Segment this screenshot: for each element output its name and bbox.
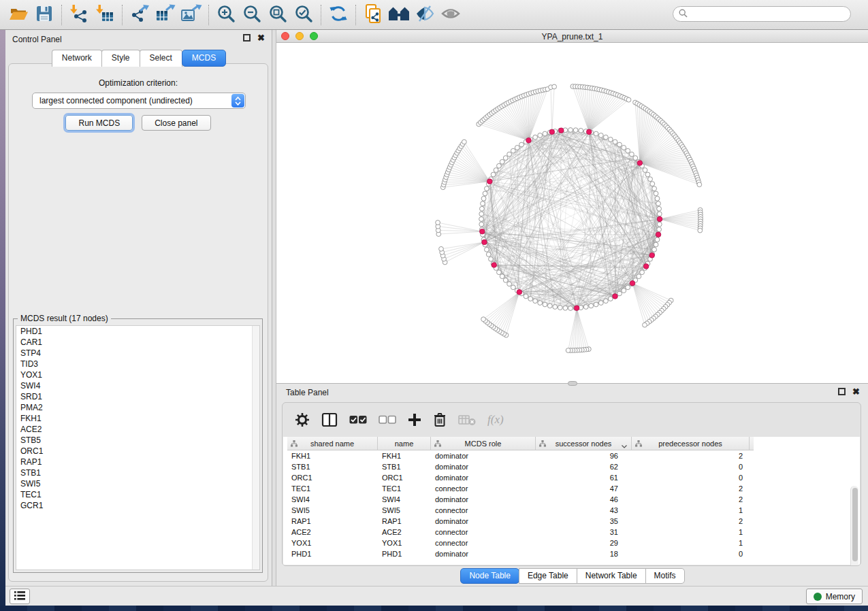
mcds-result-item[interactable]: PMA2 bbox=[16, 402, 259, 413]
show-graphics-details-button[interactable] bbox=[438, 3, 464, 27]
cell-predecessor_nodes: 2 bbox=[632, 494, 750, 505]
mcds-result-item[interactable]: ACE2 bbox=[16, 424, 259, 435]
column-header-shared-name[interactable]: shared name bbox=[287, 437, 378, 450]
import-network-button[interactable] bbox=[66, 3, 92, 27]
cell-predecessor_nodes: 0 bbox=[632, 472, 750, 483]
zoom-selected-button[interactable] bbox=[291, 3, 317, 27]
memory-button[interactable]: Memory bbox=[806, 589, 863, 604]
table-row[interactable]: FKH1FKH1dominator962 bbox=[287, 450, 860, 461]
column-header-name[interactable]: name bbox=[378, 437, 431, 450]
add-row-button[interactable] bbox=[408, 413, 421, 427]
table-row[interactable]: YOX1YOX1connector291 bbox=[287, 538, 860, 548]
tab-mcds[interactable]: MCDS bbox=[182, 50, 226, 67]
toolbar-separator bbox=[122, 5, 123, 25]
mcds-result-item[interactable]: SWI5 bbox=[16, 478, 259, 489]
mcds-result-item[interactable]: CAR1 bbox=[16, 337, 259, 348]
tab-motifs[interactable]: Motifs bbox=[645, 568, 685, 584]
float-panel-icon[interactable] bbox=[243, 34, 251, 42]
export-network-button[interactable] bbox=[127, 3, 152, 27]
cell-mcds_role: dominator bbox=[431, 516, 536, 527]
clone-network-button[interactable] bbox=[360, 3, 386, 27]
close-table-panel-icon[interactable]: ✖ bbox=[852, 388, 860, 395]
function-builder-button[interactable]: f(x) bbox=[487, 413, 504, 427]
network-window-titlebar[interactable]: YPA_prune.txt_1 bbox=[276, 30, 868, 43]
column-label: successor nodes bbox=[556, 440, 612, 448]
export-table-button[interactable] bbox=[152, 3, 178, 27]
splitter-handle[interactable] bbox=[568, 381, 577, 386]
criterion-dropdown[interactable]: largest connected component (undirected) bbox=[32, 93, 246, 109]
mcds-result-item[interactable]: RAP1 bbox=[16, 457, 259, 467]
table-row[interactable]: RAP1RAP1dominator352 bbox=[287, 516, 860, 527]
mcds-result-item[interactable]: SRD1 bbox=[16, 391, 259, 402]
table-row[interactable]: STB1STB1dominator620 bbox=[287, 461, 860, 472]
mcds-result-item[interactable]: GCR1 bbox=[16, 500, 259, 511]
table-header-row: shared namenameMCDS rolesuccessor nodesp… bbox=[287, 437, 754, 450]
select-all-checkboxes-button[interactable] bbox=[349, 415, 367, 425]
mcds-result-item[interactable]: SWI4 bbox=[16, 380, 259, 391]
table-scrollbar-thumb[interactable] bbox=[852, 488, 858, 561]
table-row[interactable]: ACE2ACE2connector311 bbox=[287, 527, 860, 538]
table-settings-button[interactable] bbox=[295, 412, 310, 427]
zoom-out-button[interactable] bbox=[239, 3, 265, 27]
tab-style[interactable]: Style bbox=[101, 50, 140, 67]
close-panel-button[interactable]: Close panel bbox=[142, 115, 210, 131]
mcds-result-item[interactable]: STP4 bbox=[16, 348, 259, 359]
network-overview-button[interactable] bbox=[386, 3, 412, 27]
status-bar: Memory bbox=[5, 586, 868, 606]
search-box[interactable] bbox=[673, 6, 851, 22]
show-columns-button[interactable] bbox=[321, 412, 338, 427]
cell-successor_nodes: 43 bbox=[536, 505, 632, 516]
refresh-view-button[interactable] bbox=[325, 3, 351, 27]
task-history-button[interactable] bbox=[10, 589, 30, 604]
network-canvas[interactable] bbox=[276, 43, 868, 383]
sort-chevron-icon[interactable] bbox=[622, 442, 627, 450]
column-header-successor-nodes[interactable]: successor nodes bbox=[536, 437, 632, 450]
hide-graphics-details-button[interactable] bbox=[412, 3, 438, 27]
mcds-result-item[interactable]: STB1 bbox=[16, 467, 259, 478]
tab-network-table[interactable]: Network Table bbox=[577, 568, 646, 584]
table-toolbar: f(x) bbox=[283, 403, 861, 437]
column-header-MCDS-role[interactable]: MCDS role bbox=[431, 437, 536, 450]
table-scrollbar[interactable] bbox=[850, 486, 858, 566]
mcds-result-item[interactable]: TEC1 bbox=[16, 489, 259, 500]
mcds-result-item[interactable]: YOX1 bbox=[16, 369, 259, 380]
table-row[interactable]: ORC1ORC1dominator610 bbox=[287, 472, 860, 483]
delete-rows-button[interactable] bbox=[433, 412, 447, 427]
import-table-button[interactable] bbox=[92, 3, 118, 27]
network-graph[interactable] bbox=[276, 43, 868, 383]
tab-network[interactable]: Network bbox=[52, 50, 102, 67]
binoculars-icon bbox=[387, 5, 411, 25]
open-file-button[interactable] bbox=[5, 3, 31, 27]
float-table-panel-icon[interactable] bbox=[838, 388, 846, 395]
export-image-button[interactable] bbox=[178, 3, 204, 27]
delete-table-button[interactable] bbox=[458, 414, 476, 426]
search-input[interactable] bbox=[688, 8, 850, 20]
zoom-fit-button[interactable] bbox=[265, 3, 291, 27]
zoom-in-button[interactable] bbox=[213, 3, 239, 27]
tab-edge-table[interactable]: Edge Table bbox=[519, 568, 577, 584]
cell-shared_name: ORC1 bbox=[287, 472, 378, 483]
column-header-predecessor-nodes[interactable]: predecessor nodes bbox=[632, 437, 750, 450]
cell-name: RAP1 bbox=[378, 516, 431, 527]
table-row[interactable]: PHD1PHD1dominator180 bbox=[287, 548, 860, 559]
save-session-button[interactable] bbox=[31, 3, 57, 27]
close-panel-icon[interactable]: ✖ bbox=[257, 34, 265, 42]
run-mcds-button[interactable]: Run MCDS bbox=[65, 115, 133, 131]
table-row[interactable]: TEC1TEC1connector472 bbox=[287, 483, 860, 494]
table-row[interactable]: SWI5SWI5connector431 bbox=[287, 505, 860, 516]
network-view-window: YPA_prune.txt_1 bbox=[276, 30, 868, 383]
mcds-result-item[interactable]: PHD1 bbox=[16, 326, 259, 337]
mcds-result-item[interactable]: ORC1 bbox=[16, 446, 259, 457]
clear-all-checkboxes-button[interactable] bbox=[379, 415, 396, 425]
mcds-result-item[interactable]: STB5 bbox=[16, 435, 259, 446]
cell-mcds_role: dominator bbox=[431, 450, 536, 461]
mcds-list-scrollbar[interactable] bbox=[252, 326, 259, 569]
tab-node-table[interactable]: Node Table bbox=[460, 568, 519, 584]
mcds-result-item[interactable]: TID3 bbox=[16, 359, 259, 369]
cell-name: PHD1 bbox=[378, 548, 431, 559]
mcds-result-item[interactable]: FKH1 bbox=[16, 413, 259, 424]
tab-select[interactable]: Select bbox=[140, 50, 182, 67]
table-row[interactable]: SWI4SWI4dominator462 bbox=[287, 494, 860, 505]
cell-name: SWI5 bbox=[378, 505, 431, 516]
search-icon bbox=[679, 8, 688, 20]
